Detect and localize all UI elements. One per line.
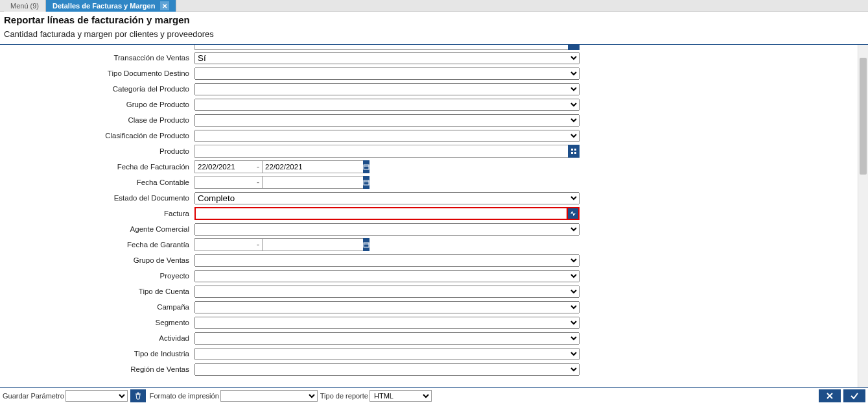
- date-range-separator: -: [254, 162, 262, 171]
- label-transaccion-ventas: Transacción de Ventas: [0, 54, 194, 62]
- calendar-icon[interactable]: [363, 176, 369, 189]
- lookup-factura-icon[interactable]: [568, 207, 580, 220]
- footer-bar: Guardar Parámetro Formato de impresión T…: [0, 387, 868, 403]
- calendar-icon[interactable]: [363, 238, 369, 251]
- page-subtitle: Cantidad facturada y margen por clientes…: [4, 29, 864, 39]
- select-categoria-producto[interactable]: [194, 83, 580, 95]
- input-factura[interactable]: [194, 207, 568, 220]
- label-categoria-producto: Categoría del Producto: [0, 85, 194, 93]
- label-fecha-facturacion: Fecha de Facturación: [0, 163, 194, 171]
- select-formato-impresion[interactable]: [220, 390, 318, 402]
- label-tipo-cuenta: Tipo de Cuenta: [0, 287, 194, 295]
- select-estado-documento[interactable]: Completo: [194, 192, 580, 204]
- svg-rect-0: [571, 149, 573, 151]
- label-tipo-documento-destino: Tipo Documento Destino: [0, 69, 194, 77]
- date-range-separator: -: [254, 178, 262, 187]
- label-estado-documento: Estado del Documento: [0, 194, 194, 202]
- label-actividad: Actividad: [0, 334, 194, 342]
- select-grupo-producto[interactable]: [194, 99, 580, 111]
- lookup-producto-icon[interactable]: [568, 145, 580, 158]
- label-region-ventas: Región de Ventas: [0, 365, 194, 373]
- date-range-separator: -: [254, 240, 262, 249]
- select-clasificacion-producto[interactable]: [194, 130, 580, 142]
- calendar-icon[interactable]: [363, 160, 369, 173]
- label-producto: Producto: [0, 147, 194, 155]
- label-proyecto: Proyecto: [0, 272, 194, 280]
- report-parameters-form: Transacción de Ventas Sí Tipo Documento …: [0, 45, 858, 387]
- label-fecha-garantia: Fecha de Garantía: [0, 241, 194, 249]
- select-actividad[interactable]: [194, 332, 580, 345]
- select-segmento[interactable]: [194, 317, 580, 329]
- svg-rect-1: [574, 149, 576, 151]
- delete-parameter-button[interactable]: [130, 389, 146, 402]
- confirm-button[interactable]: [843, 389, 865, 402]
- select-tipo-industria[interactable]: [194, 348, 580, 360]
- close-tab-icon[interactable]: ✕: [160, 1, 169, 10]
- select-tipo-cuenta[interactable]: [194, 286, 580, 298]
- label-grupo-producto: Grupo de Producto: [0, 101, 194, 108]
- input-fecha-facturacion-to[interactable]: [262, 160, 363, 173]
- select-tipo-reporte[interactable]: HTML: [369, 390, 432, 402]
- label-tipo-industria: Tipo de Industria: [0, 350, 194, 358]
- select-proyecto[interactable]: [194, 270, 580, 282]
- select-clase-producto[interactable]: [194, 114, 580, 127]
- svg-rect-6: [364, 165, 369, 169]
- input-producto[interactable]: [194, 145, 568, 158]
- cancel-button[interactable]: [819, 389, 841, 402]
- input-fecha-contable-to[interactable]: [262, 176, 363, 189]
- input-fecha-garantia-to[interactable]: [262, 238, 363, 251]
- label-guardar-parametro: Guardar Parámetro: [3, 392, 64, 400]
- label-campana: Campaña: [0, 303, 194, 311]
- label-fecha-contable: Fecha Contable: [0, 178, 194, 186]
- label-formato-impresion: Formato de impresión: [150, 392, 219, 400]
- select-campana[interactable]: [194, 301, 580, 313]
- label-factura: Factura: [0, 210, 194, 217]
- svg-rect-14: [364, 243, 369, 247]
- select-guardar-parametro[interactable]: [65, 390, 128, 402]
- select-tipo-documento-destino[interactable]: [194, 67, 580, 80]
- svg-rect-10: [364, 180, 369, 185]
- vertical-scrollbar[interactable]: [858, 45, 868, 387]
- select-region-ventas[interactable]: [194, 363, 580, 376]
- tab-menu[interactable]: Menú (9): [4, 0, 46, 12]
- page-title: Reportar líneas de facturación y margen: [4, 14, 864, 25]
- page-header: Reportar líneas de facturación y margen …: [0, 12, 868, 45]
- select-grupo-ventas[interactable]: [194, 254, 580, 267]
- select-transaccion-ventas[interactable]: Sí: [194, 52, 580, 64]
- tab-bar: Menú (9) Detalles de Facturas y Margen ✕: [0, 0, 868, 12]
- label-segmento: Segmento: [0, 319, 194, 326]
- cutoff-row: [0, 45, 858, 50]
- label-clasificacion-producto: Clasificación de Producto: [0, 132, 194, 140]
- label-agente-comercial: Agente Comercial: [0, 225, 194, 233]
- tab-detalles-facturas[interactable]: Detalles de Facturas y Margen ✕: [46, 0, 176, 12]
- svg-rect-2: [571, 152, 573, 154]
- select-agente-comercial[interactable]: [194, 223, 580, 236]
- label-tipo-reporte: Tipo de reporte: [320, 392, 368, 400]
- label-clase-producto: Clase de Producto: [0, 116, 194, 124]
- label-grupo-ventas: Grupo de Ventas: [0, 256, 194, 264]
- svg-rect-3: [574, 152, 576, 154]
